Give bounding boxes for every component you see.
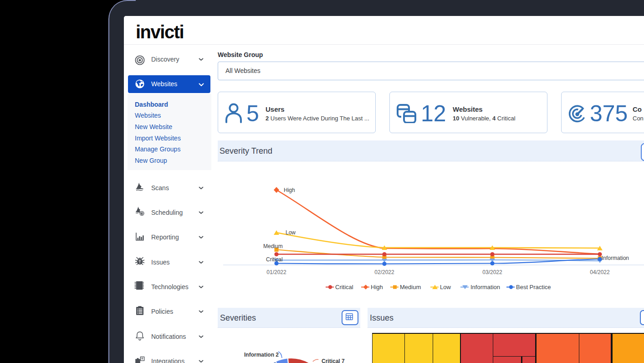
svg-text:Low: Low: [286, 229, 296, 236]
svg-text:01/2022: 01/2022: [266, 269, 286, 275]
svg-text:High: High: [284, 187, 295, 193]
svg-text:02/2022: 02/2022: [374, 269, 394, 275]
svg-text:Medium: Medium: [263, 243, 283, 249]
svg-text:Best Practice: Best Practice: [516, 284, 551, 290]
svg-text:Critical: Critical: [266, 256, 283, 263]
svg-text:Medium: Medium: [400, 284, 421, 290]
svg-text:High: High: [371, 284, 383, 290]
svg-text:Critical: Critical: [335, 284, 353, 290]
svg-text:03/2022: 03/2022: [482, 269, 502, 275]
svg-text:Low: Low: [440, 284, 451, 290]
svg-text:04/2022: 04/2022: [590, 269, 610, 275]
svg-text:Information: Information: [470, 284, 500, 290]
svg-text:Information: Information: [602, 255, 629, 261]
